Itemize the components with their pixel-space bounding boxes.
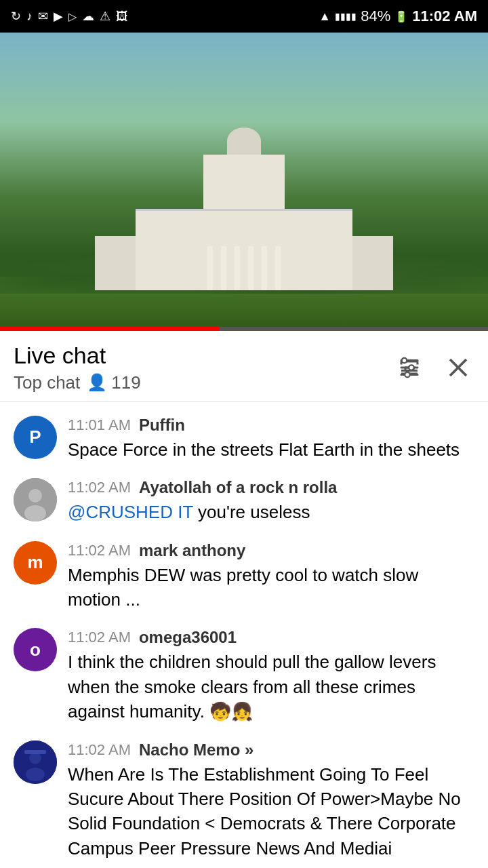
message-username: Puffin xyxy=(139,416,185,435)
video-progress-bar[interactable] xyxy=(0,327,488,331)
svg-point-17 xyxy=(28,489,42,502)
message-content: 11:01 AM Puffin Space Force in the stree… xyxy=(68,416,474,462)
livechat-title: Live chat xyxy=(14,342,141,370)
message-text: When Are Is The Establishment Going To F… xyxy=(68,762,474,861)
top-chat-label[interactable]: Top chat xyxy=(14,372,80,393)
alert-icon: ⚠ xyxy=(100,9,110,24)
signal-icon: ▮▮▮▮ xyxy=(335,11,357,22)
video-progress-fill xyxy=(0,327,220,331)
livechat-header: Live chat Top chat 👤 119 xyxy=(0,331,488,402)
status-time: 11:02 AM xyxy=(412,7,477,25)
viewer-count-value: 119 xyxy=(111,372,140,393)
video-player[interactable] xyxy=(0,33,488,331)
avatar: P xyxy=(14,416,57,459)
mention: @CRUSHED IT xyxy=(68,502,193,522)
battery-icon: 🔋 xyxy=(394,10,408,23)
svg-point-13 xyxy=(405,372,410,378)
svg-point-21 xyxy=(26,768,45,781)
list-item: 11:02 AM Ayatollah of a rock n rolla @CR… xyxy=(0,470,488,532)
message-text: I think the children should pull the gal… xyxy=(68,650,474,724)
battery-label: 84% xyxy=(361,7,390,25)
status-bar: ↻ ♪ ✉ ▶ ▷ ☁ ⚠ 🖼 ▲ ▮▮▮▮ 84% 🔋 11:02 AM xyxy=(0,0,488,33)
svg-point-11 xyxy=(402,358,407,363)
filter-button[interactable] xyxy=(393,351,426,384)
message-time: 11:02 AM xyxy=(68,629,131,646)
list-item: o 11:02 AM omega36001 I think the childr… xyxy=(0,620,488,732)
livechat-header-right xyxy=(393,351,474,392)
status-icons-left: ↻ ♪ ✉ ▶ ▷ ☁ ⚠ 🖼 xyxy=(11,9,128,24)
message-content: 11:02 AM Nacho Memo » When Are Is The Es… xyxy=(68,741,474,861)
message-username: omega36001 xyxy=(139,628,237,647)
cloud-icon: ☁ xyxy=(82,9,94,24)
message-content: 11:02 AM Ayatollah of a rock n rolla @CR… xyxy=(68,478,474,524)
avatar-nacho-img xyxy=(14,741,57,784)
avatar: o xyxy=(14,628,57,671)
avatar-img xyxy=(14,478,57,521)
list-item: m 11:02 AM mark anthony Memphis DEW was … xyxy=(0,533,488,620)
viewers-icon: 👤 xyxy=(87,373,107,392)
image-icon: 🖼 xyxy=(116,9,128,24)
message-username: mark anthony xyxy=(139,541,245,560)
list-item: 11:02 AM Nacho Memo » When Are Is The Es… xyxy=(0,732,488,868)
message-meta: 11:02 AM omega36001 xyxy=(68,628,474,647)
message-time: 11:02 AM xyxy=(68,741,131,759)
refresh-icon: ↻ xyxy=(11,9,21,24)
livechat-sub: Top chat 👤 119 xyxy=(14,372,141,401)
close-button[interactable] xyxy=(442,351,474,384)
chat-messages: P 11:01 AM Puffin Space Force in the str… xyxy=(0,402,488,868)
music-icon: ♪ xyxy=(26,9,33,24)
message-meta: 11:02 AM Nacho Memo » xyxy=(68,741,474,760)
svg-point-12 xyxy=(409,365,414,370)
svg-point-18 xyxy=(24,505,46,521)
avatar xyxy=(14,741,57,784)
avatar: m xyxy=(14,541,57,585)
message-meta: 11:01 AM Puffin xyxy=(68,416,474,435)
viewer-count: 👤 119 xyxy=(87,372,140,393)
message-text: Space Force in the streets Flat Earth in… xyxy=(68,437,474,462)
message-content: 11:02 AM mark anthony Memphis DEW was pr… xyxy=(68,541,474,612)
list-item: P 11:01 AM Puffin Space Force in the str… xyxy=(0,408,488,470)
message-username: Nacho Memo » xyxy=(139,741,253,760)
message-time: 11:02 AM xyxy=(68,542,131,559)
message-meta: 11:02 AM Ayatollah of a rock n rolla xyxy=(68,478,474,497)
message-content: 11:02 AM omega36001 I think the children… xyxy=(68,628,474,724)
message-text: Memphis DEW was pretty cool to watch slo… xyxy=(68,563,474,612)
avatar xyxy=(14,478,57,521)
message-meta: 11:02 AM mark anthony xyxy=(68,541,474,560)
message-time: 11:01 AM xyxy=(68,416,131,434)
message-text: @CRUSHED IT you're useless xyxy=(68,500,474,524)
svg-rect-22 xyxy=(24,750,46,754)
message-time: 11:02 AM xyxy=(68,479,131,496)
wifi-icon: ▲ xyxy=(319,9,331,24)
close-icon xyxy=(446,355,470,380)
livechat-header-left: Live chat Top chat 👤 119 xyxy=(14,342,141,401)
status-indicators: ▲ ▮▮▮▮ 84% 🔋 11:02 AM xyxy=(319,7,477,25)
filter-icon xyxy=(397,355,422,380)
youtube-icon: ▶ xyxy=(54,9,63,24)
livechat-panel: Live chat Top chat 👤 119 xyxy=(0,331,488,868)
mail-icon: ✉ xyxy=(38,9,48,24)
video-icon: ▷ xyxy=(68,10,77,23)
message-username: Ayatollah of a rock n rolla xyxy=(139,478,338,497)
